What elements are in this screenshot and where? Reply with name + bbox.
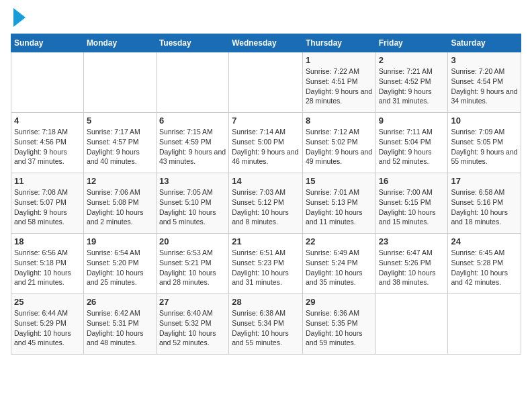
calendar-cell <box>375 294 448 355</box>
calendar-cell <box>448 294 521 355</box>
calendar-cell: 7Sunrise: 7:14 AM Sunset: 5:00 PM Daylig… <box>229 113 303 173</box>
day-number: 23 <box>379 236 445 246</box>
calendar-cell: 17Sunrise: 6:58 AM Sunset: 5:16 PM Dayli… <box>448 173 521 234</box>
col-header-monday: Monday <box>83 34 156 52</box>
calendar-cell: 25Sunrise: 6:44 AM Sunset: 5:29 PM Dayli… <box>11 294 84 355</box>
day-number: 22 <box>306 236 373 246</box>
day-info: Sunrise: 6:38 AM Sunset: 5:34 PM Dayligh… <box>232 308 300 348</box>
day-info: Sunrise: 6:51 AM Sunset: 5:23 PM Dayligh… <box>232 248 300 287</box>
day-number: 19 <box>87 236 153 246</box>
day-number: 17 <box>451 176 518 186</box>
calendar-cell: 16Sunrise: 7:00 AM Sunset: 5:15 PM Dayli… <box>375 173 448 234</box>
day-info: Sunrise: 6:36 AM Sunset: 5:35 PM Dayligh… <box>306 308 373 348</box>
day-number: 5 <box>87 116 153 126</box>
day-info: Sunrise: 7:09 AM Sunset: 5:05 PM Dayligh… <box>451 127 518 167</box>
day-info: Sunrise: 6:53 AM Sunset: 5:21 PM Dayligh… <box>159 248 226 287</box>
week-row-2: 4Sunrise: 7:18 AM Sunset: 4:56 PM Daylig… <box>11 113 521 173</box>
calendar-cell: 18Sunrise: 6:56 AM Sunset: 5:18 PM Dayli… <box>11 234 84 294</box>
day-number: 26 <box>87 297 153 307</box>
calendar-cell: 4Sunrise: 7:18 AM Sunset: 4:56 PM Daylig… <box>11 113 84 173</box>
day-number: 9 <box>379 116 445 126</box>
day-number: 12 <box>87 176 153 186</box>
header-row: SundayMondayTuesdayWednesdayThursdayFrid… <box>11 34 521 52</box>
day-number: 11 <box>14 176 81 186</box>
day-info: Sunrise: 7:22 AM Sunset: 4:51 PM Dayligh… <box>306 66 373 106</box>
day-info: Sunrise: 6:54 AM Sunset: 5:20 PM Dayligh… <box>87 248 153 287</box>
day-info: Sunrise: 6:58 AM Sunset: 5:16 PM Dayligh… <box>451 187 518 227</box>
day-info: Sunrise: 6:49 AM Sunset: 5:24 PM Dayligh… <box>306 248 373 287</box>
week-row-3: 11Sunrise: 7:08 AM Sunset: 5:07 PM Dayli… <box>11 173 521 234</box>
calendar-cell: 29Sunrise: 6:36 AM Sunset: 5:35 PM Dayli… <box>302 294 375 355</box>
col-header-tuesday: Tuesday <box>156 34 228 52</box>
calendar-table: SundayMondayTuesdayWednesdayThursdayFrid… <box>11 34 521 355</box>
day-number: 14 <box>232 176 300 186</box>
day-info: Sunrise: 7:08 AM Sunset: 5:07 PM Dayligh… <box>14 187 81 227</box>
day-number: 28 <box>232 297 300 307</box>
day-info: Sunrise: 6:40 AM Sunset: 5:32 PM Dayligh… <box>159 308 226 348</box>
logo-arrow-icon <box>13 8 26 27</box>
day-number: 2 <box>379 55 445 65</box>
calendar-cell: 12Sunrise: 7:06 AM Sunset: 5:08 PM Dayli… <box>83 173 156 234</box>
calendar-cell <box>156 52 228 113</box>
day-number: 4 <box>14 116 81 126</box>
calendar-cell: 2Sunrise: 7:21 AM Sunset: 4:52 PM Daylig… <box>375 52 448 113</box>
calendar-cell <box>83 52 156 113</box>
day-info: Sunrise: 7:14 AM Sunset: 5:00 PM Dayligh… <box>232 127 300 167</box>
calendar-cell: 27Sunrise: 6:40 AM Sunset: 5:32 PM Dayli… <box>156 294 228 355</box>
day-info: Sunrise: 6:45 AM Sunset: 5:28 PM Dayligh… <box>451 248 518 287</box>
calendar-cell: 13Sunrise: 7:05 AM Sunset: 5:10 PM Dayli… <box>156 173 228 234</box>
col-header-thursday: Thursday <box>302 34 375 52</box>
calendar-cell: 22Sunrise: 6:49 AM Sunset: 5:24 PM Dayli… <box>302 234 375 294</box>
calendar-cell: 1Sunrise: 7:22 AM Sunset: 4:51 PM Daylig… <box>302 52 375 113</box>
day-number: 13 <box>159 176 226 186</box>
calendar-cell: 23Sunrise: 6:47 AM Sunset: 5:26 PM Dayli… <box>375 234 448 294</box>
day-info: Sunrise: 7:11 AM Sunset: 5:04 PM Dayligh… <box>379 127 445 167</box>
calendar-cell: 21Sunrise: 6:51 AM Sunset: 5:23 PM Dayli… <box>229 234 303 294</box>
calendar-cell: 5Sunrise: 7:17 AM Sunset: 4:57 PM Daylig… <box>83 113 156 173</box>
week-row-5: 25Sunrise: 6:44 AM Sunset: 5:29 PM Dayli… <box>11 294 521 355</box>
day-number: 10 <box>451 116 518 126</box>
day-info: Sunrise: 6:44 AM Sunset: 5:29 PM Dayligh… <box>14 308 81 348</box>
day-info: Sunrise: 7:03 AM Sunset: 5:12 PM Dayligh… <box>232 187 300 227</box>
calendar-cell: 8Sunrise: 7:12 AM Sunset: 5:02 PM Daylig… <box>302 113 375 173</box>
day-number: 24 <box>451 236 518 246</box>
day-number: 3 <box>451 55 518 65</box>
calendar-cell: 9Sunrise: 7:11 AM Sunset: 5:04 PM Daylig… <box>375 113 448 173</box>
calendar-cell: 14Sunrise: 7:03 AM Sunset: 5:12 PM Dayli… <box>229 173 303 234</box>
calendar-cell: 11Sunrise: 7:08 AM Sunset: 5:07 PM Dayli… <box>11 173 84 234</box>
day-info: Sunrise: 7:21 AM Sunset: 4:52 PM Dayligh… <box>379 66 445 106</box>
day-number: 1 <box>306 55 373 65</box>
calendar-cell: 15Sunrise: 7:01 AM Sunset: 5:13 PM Dayli… <box>302 173 375 234</box>
col-header-wednesday: Wednesday <box>229 34 303 52</box>
day-number: 16 <box>379 176 445 186</box>
calendar-cell: 3Sunrise: 7:20 AM Sunset: 4:54 PM Daylig… <box>448 52 521 113</box>
calendar-cell: 24Sunrise: 6:45 AM Sunset: 5:28 PM Dayli… <box>448 234 521 294</box>
calendar-cell <box>11 52 84 113</box>
calendar-cell: 19Sunrise: 6:54 AM Sunset: 5:20 PM Dayli… <box>83 234 156 294</box>
day-info: Sunrise: 7:18 AM Sunset: 4:56 PM Dayligh… <box>14 127 81 167</box>
day-info: Sunrise: 7:17 AM Sunset: 4:57 PM Dayligh… <box>87 127 153 167</box>
calendar-cell: 6Sunrise: 7:15 AM Sunset: 4:59 PM Daylig… <box>156 113 228 173</box>
day-number: 7 <box>232 116 300 126</box>
day-info: Sunrise: 7:12 AM Sunset: 5:02 PM Dayligh… <box>306 127 373 167</box>
calendar-cell: 20Sunrise: 6:53 AM Sunset: 5:21 PM Dayli… <box>156 234 228 294</box>
col-header-friday: Friday <box>375 34 448 52</box>
day-number: 25 <box>14 297 81 307</box>
col-header-sunday: Sunday <box>11 34 84 52</box>
day-info: Sunrise: 7:01 AM Sunset: 5:13 PM Dayligh… <box>306 187 373 227</box>
day-number: 29 <box>306 297 373 307</box>
day-number: 21 <box>232 236 300 246</box>
calendar-cell: 28Sunrise: 6:38 AM Sunset: 5:34 PM Dayli… <box>229 294 303 355</box>
day-number: 15 <box>306 176 373 186</box>
day-info: Sunrise: 7:00 AM Sunset: 5:15 PM Dayligh… <box>379 187 445 227</box>
day-info: Sunrise: 7:15 AM Sunset: 4:59 PM Dayligh… <box>159 127 226 167</box>
page-header <box>11 11 521 27</box>
day-number: 6 <box>159 116 226 126</box>
day-info: Sunrise: 7:06 AM Sunset: 5:08 PM Dayligh… <box>87 187 153 227</box>
day-info: Sunrise: 6:56 AM Sunset: 5:18 PM Dayligh… <box>14 248 81 287</box>
week-row-4: 18Sunrise: 6:56 AM Sunset: 5:18 PM Dayli… <box>11 234 521 294</box>
day-number: 18 <box>14 236 81 246</box>
calendar-cell <box>229 52 303 113</box>
day-info: Sunrise: 6:42 AM Sunset: 5:31 PM Dayligh… <box>87 308 153 348</box>
logo <box>11 11 26 27</box>
